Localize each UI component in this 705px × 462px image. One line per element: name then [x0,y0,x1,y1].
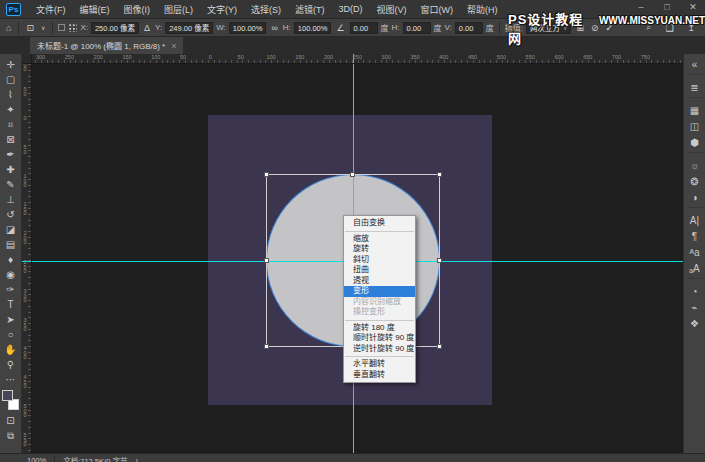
foreground-color-swatch[interactable] [2,390,13,401]
move-tool-icon[interactable]: ✛ [2,57,20,72]
context-menu-item-11[interactable]: 旋转 180 度 [344,323,415,334]
paths-panel-icon[interactable]: ⌁ [685,299,705,315]
skew-h-field[interactable]: 0.00 [403,22,431,34]
quick-mask-button-icon[interactable]: ⊡ [2,413,20,428]
magic-wand-tool-icon[interactable]: ✦ [2,102,20,117]
panel-collapse-icon[interactable]: « [685,56,705,72]
transform-handle-middle-right[interactable] [437,258,442,263]
transform-tool-icon[interactable]: ⊡ [24,23,36,33]
color-panel-icon[interactable]: ⬢ [685,134,705,150]
character-panel-icon[interactable]: A| [685,212,705,228]
layers-panel-icon[interactable]: ❖ [685,315,705,331]
context-menu-item-7[interactable]: 变形 [344,286,415,297]
healing-brush-tool-icon[interactable]: ✚ [2,162,20,177]
transform-handle-middle-left[interactable] [264,258,269,263]
eraser-tool-icon[interactable]: ◪ [2,222,20,237]
transform-handle-top-right[interactable] [437,172,442,177]
home-icon[interactable]: ⌂ [4,23,13,33]
zoom-level-field[interactable]: 100% [27,456,55,462]
width-scale-field[interactable]: 100.00% [229,22,267,34]
minimize-button[interactable]: – [635,2,647,12]
menubar-item-7[interactable]: 3D(D) [332,1,370,17]
close-tab-icon[interactable]: × [171,41,176,51]
ruler-corner[interactable] [22,54,32,64]
gradient-tool-icon[interactable]: ▤ [2,237,20,252]
context-menu-item-3[interactable]: 旋转 [344,244,415,255]
context-menu-item-15[interactable]: 水平翻转 [344,359,415,370]
lasso-tool-icon[interactable]: ⌇ [2,87,20,102]
brush-tool-icon[interactable]: ✎ [2,177,20,192]
photoshop-logo-icon[interactable]: Ps [6,3,21,16]
menubar-item-2[interactable]: 图像(I) [117,0,158,19]
workspace-icon[interactable]: ❑ [663,23,675,33]
document-tab[interactable]: 未标题-1 @ 100% (椭圆 1, RGB/8) * × [30,37,183,54]
libraries-panel-icon[interactable]: ▦ [685,102,705,118]
context-menu-item-0[interactable]: 自由变换 [344,218,415,229]
height-scale-field[interactable]: 100.00% [294,22,332,34]
canvas-area[interactable]: 自由变换缩放旋转斜切扭曲透视变形内容识别缩放操控变形旋转 180 度顺时针旋转 … [32,64,683,454]
eyedropper-tool-icon[interactable]: ✒ [2,147,20,162]
document-size-info[interactable]: 文档:712.5K/0 字节 [63,455,127,462]
zoom-tool-icon[interactable]: ⚲ [2,357,20,372]
context-menu-item-12[interactable]: 顺时针旋转 90 度 [344,333,415,344]
status-menu-arrow-icon[interactable]: › [135,456,138,462]
link-dimensions-icon[interactable]: ∞ [269,23,279,33]
menubar-item-0[interactable]: 文件(F) [29,0,73,19]
menubar-item-5[interactable]: 选择(S) [244,0,288,19]
transform-handle-bottom-left[interactable] [264,344,269,349]
blur-tool-icon[interactable]: ♦ [2,252,20,267]
learn-panel-icon[interactable]: ☼ [685,157,705,173]
hand-tool-icon[interactable]: ✋ [2,342,20,357]
glyphs-panel-icon[interactable]: ᴬa [685,244,705,260]
menubar-item-10[interactable]: 帮助(H) [460,0,505,19]
pen-tool-icon[interactable]: ✑ [2,282,20,297]
paragraph-panel-icon[interactable]: ¶ [685,228,705,244]
maximize-button[interactable]: □ [661,2,673,12]
context-menu-item-2[interactable]: 缩放 [344,234,415,245]
transform-handle-top-center[interactable] [350,172,355,177]
dodge-tool-icon[interactable]: ◉ [2,267,20,282]
styles-panel-icon[interactable]: ◔ [685,283,705,299]
vertical-ruler[interactable]: 10050050100150200250300350400450500550 [22,64,32,454]
history-brush-tool-icon[interactable]: ↺ [2,207,20,222]
chevron-down-icon[interactable]: ∨ [39,24,47,31]
x-position-field[interactable]: 250.00 像素 [91,22,139,34]
y-position-field[interactable]: 249.00 像素 [165,22,213,34]
share-icon[interactable]: ↥ [685,23,697,33]
swatches-panel-icon[interactable]: ❂ [685,173,705,189]
foreground-background-colors[interactable] [2,390,20,410]
menubar-item-4[interactable]: 文字(Y) [200,0,244,19]
ellipse-tool-icon[interactable]: ○ [2,327,20,342]
reference-point-checkbox[interactable] [58,24,65,31]
type-tool-icon[interactable]: T [2,297,20,312]
warp-mode-toggle-icon[interactable]: ⊞ [574,23,586,33]
commit-transform-icon[interactable]: ✓ [604,23,616,33]
clone-stamp-tool-icon[interactable]: ⊥ [2,192,20,207]
path-select-tool-icon[interactable]: ➤ [2,312,20,327]
rotate-angle-field[interactable]: 0.00 [350,22,378,34]
cancel-transform-icon[interactable]: ⊘ [589,23,601,33]
edit-toolbar-button-icon[interactable]: ⋯ [2,372,20,387]
skew-v-field[interactable]: 0.00 [455,22,483,34]
context-menu-item-13[interactable]: 逆时针旋转 90 度 [344,344,415,355]
marquee-tool-icon[interactable]: ▢ [2,72,20,87]
context-menu-item-4[interactable]: 斜切 [344,255,415,266]
transform-handle-bottom-right[interactable] [437,344,442,349]
gradients-panel-icon[interactable]: ◑ [685,189,705,205]
menubar-item-9[interactable]: 窗口(W) [414,0,461,19]
menubar-item-1[interactable]: 编辑(E) [73,0,117,19]
relative-position-delta-icon[interactable]: Δ [142,23,152,33]
search-icon[interactable]: ⌕ [644,22,653,33]
properties-panel-icon[interactable]: ≣ [685,79,705,95]
context-menu-item-16[interactable]: 垂直翻转 [344,370,415,381]
close-button[interactable]: ✕ [687,2,699,12]
character-styles-panel-icon[interactable]: ₐA [685,260,705,276]
reference-point-grid-icon[interactable] [68,23,77,32]
context-menu-item-6[interactable]: 透视 [344,276,415,287]
crop-tool-icon[interactable]: ⌗ [2,117,20,132]
context-menu-item-5[interactable]: 扭曲 [344,265,415,276]
menubar-item-6[interactable]: 滤镜(T) [288,0,332,19]
transform-handle-top-left[interactable] [264,172,269,177]
adjustments-panel-icon[interactable]: ◫ [685,118,705,134]
screen-mode-button-icon[interactable]: ⧉ [2,428,20,443]
